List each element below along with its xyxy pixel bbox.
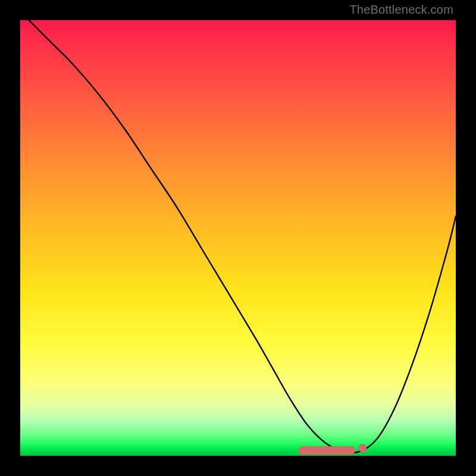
bottleneck-curve [20, 20, 456, 456]
plot-area [20, 20, 456, 456]
optimal-range-end-dot [358, 444, 367, 452]
optimal-range-marker [298, 446, 355, 455]
watermark-text: TheBottleneck.com [349, 3, 453, 17]
chart-frame: TheBottleneck.com [0, 0, 476, 476]
